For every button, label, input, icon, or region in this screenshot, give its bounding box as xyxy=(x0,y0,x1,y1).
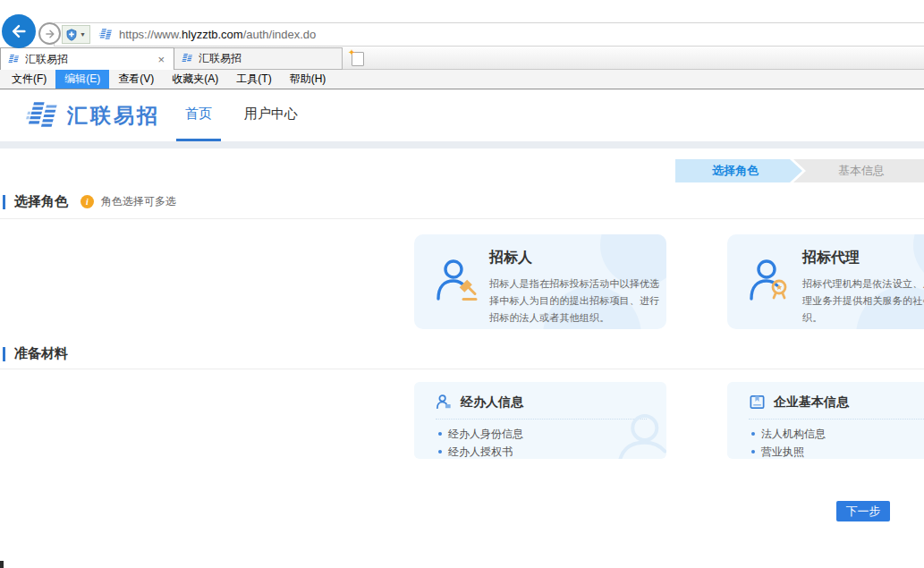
step-select-role: 选择角色 xyxy=(675,159,802,182)
role-card-title: 招标人 xyxy=(489,249,665,267)
browser-window: ▼ https://www.hlyzztb.com/auth/index.do xyxy=(0,0,924,568)
material-item: 营业执照 xyxy=(751,443,924,459)
site-header: 汇联易招 首页 用户中心 xyxy=(0,89,924,141)
tab-title: 汇联易招 xyxy=(199,51,335,66)
nav-home[interactable]: 首页 xyxy=(176,89,221,141)
info-icon: i xyxy=(81,195,94,208)
menu-help[interactable]: 帮助(H) xyxy=(281,70,335,89)
certificate-icon xyxy=(749,394,766,411)
section-hint: 角色选择可多选 xyxy=(101,194,176,209)
section-materials: 准备材料 xyxy=(3,345,68,362)
divider xyxy=(0,369,924,369)
brand-logo-icon xyxy=(25,100,59,131)
url-host: hlyzztb.com xyxy=(182,28,243,41)
person-card-icon xyxy=(436,394,453,411)
close-tab-icon[interactable]: × xyxy=(155,53,167,66)
role-card-title: 招标代理 xyxy=(802,249,924,267)
role-card-agency[interactable]: 招标代理 招标代理机构是依法设立、从事招标代理业务并提供相关服务的社会中介组织。 xyxy=(727,234,924,329)
role-card-description: 招标人是指在招标投标活动中以择优选择中标人为目的的提出招标项目、进行招标的法人或… xyxy=(489,276,665,326)
role-card-tenderer[interactable]: 招标人 招标人是指在招标投标活动中以择优选择中标人为目的的提出招标项目、进行招标… xyxy=(414,234,666,329)
person-watermark-icon xyxy=(611,407,666,459)
tab-favicon-icon xyxy=(181,53,193,64)
site-nav: 首页 用户中心 xyxy=(176,89,321,141)
forward-button[interactable] xyxy=(38,22,61,45)
material-list: 法人机构信息 营业执照 xyxy=(751,425,924,459)
nav-user-center[interactable]: 用户中心 xyxy=(235,89,307,141)
section-title-text: 选择角色 xyxy=(14,193,68,210)
menu-tools[interactable]: 工具(T) xyxy=(227,70,280,89)
arrow-left-icon xyxy=(9,21,29,41)
material-card-agent-info: 经办人信息 经办人身份信息 经办人授权书 xyxy=(414,382,666,459)
header-divider-band xyxy=(0,141,924,148)
person-gavel-icon xyxy=(434,257,484,307)
browser-tab-active[interactable]: 汇联易招 × xyxy=(0,47,174,70)
shield-plus-icon xyxy=(66,29,77,41)
tab-title: 汇联易招 xyxy=(25,52,155,67)
new-tab-star-icon: ✦ xyxy=(348,47,355,57)
material-item: 法人机构信息 xyxy=(751,425,924,443)
back-button[interactable] xyxy=(2,14,36,48)
dotted-divider xyxy=(749,419,924,420)
arrow-right-icon xyxy=(44,28,56,40)
url-text: https://www.hlyzztb.com/auth/index.do xyxy=(119,28,316,41)
address-bar[interactable]: ▼ https://www.hlyzztb.com/auth/index.do xyxy=(54,22,924,47)
material-card-title: 经办人信息 xyxy=(461,394,523,411)
compatibility-view-button[interactable]: ▼ xyxy=(62,25,90,44)
site-logo[interactable]: 汇联易招 xyxy=(25,100,160,131)
menu-file[interactable]: 文件(F) xyxy=(3,70,55,89)
brand-name: 汇联易招 xyxy=(67,102,160,130)
section-accent-bar xyxy=(3,347,5,361)
page-content: 基本信息 选择角色 选择角色 i 角色选择可多选 招标人 招标人是指在招标投标活… xyxy=(0,148,924,568)
menu-edit[interactable]: 编辑(E) xyxy=(55,70,109,89)
menu-bar: 文件(F) 编辑(E) 查看(V) 收藏夹(A) 工具(T) 帮助(H) xyxy=(0,70,924,89)
divider xyxy=(0,218,924,219)
menu-favorites[interactable]: 收藏夹(A) xyxy=(163,70,227,89)
person-medal-icon xyxy=(747,257,797,307)
material-card-company-info: 企业基本信息 法人机构信息 营业执照 xyxy=(727,382,924,459)
tab-bar: 汇联易招 × 汇联易招 ✦ xyxy=(0,47,924,70)
new-tab-button[interactable]: ✦ xyxy=(352,52,364,66)
section-title-text: 准备材料 xyxy=(14,345,68,362)
step-basic-info: 基本信息 xyxy=(793,159,924,182)
chevron-down-icon: ▼ xyxy=(80,31,86,38)
tab-favicon-icon xyxy=(7,54,20,65)
role-card-description: 招标代理机构是依法设立、从事招标代理业务并提供相关服务的社会中介组织。 xyxy=(802,276,924,326)
next-step-button[interactable]: 下一步 xyxy=(836,501,890,521)
section-accent-bar xyxy=(3,195,5,209)
menu-view[interactable]: 查看(V) xyxy=(109,70,163,89)
screen-corner-artifact xyxy=(0,561,4,568)
browser-tab-background[interactable]: 汇联易招 xyxy=(174,47,343,70)
site-favicon-icon xyxy=(98,28,113,41)
material-card-title: 企业基本信息 xyxy=(774,394,849,411)
section-select-role: 选择角色 i 角色选择可多选 xyxy=(3,193,176,210)
browser-chrome: ▼ https://www.hlyzztb.com/auth/index.do xyxy=(0,0,924,89)
